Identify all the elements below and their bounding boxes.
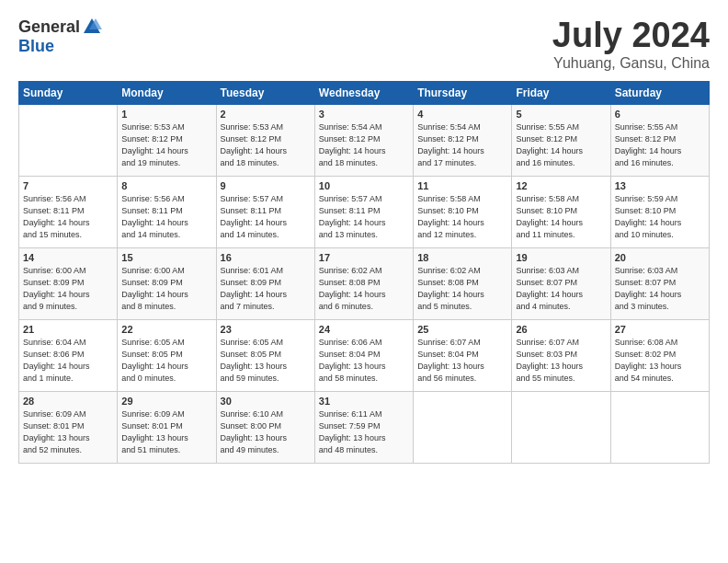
day-cell (19, 104, 118, 176)
header: General Blue July 2024 Yuhuang, Gansu, C… (18, 17, 710, 72)
day-info: Sunrise: 5:56 AM Sunset: 8:11 PM Dayligh… (121, 193, 211, 241)
day-number: 5 (516, 109, 606, 120)
day-cell: 9Sunrise: 5:57 AM Sunset: 8:11 PM Daylig… (216, 176, 314, 247)
day-number: 16 (221, 252, 311, 263)
day-number: 10 (319, 180, 409, 191)
day-info: Sunrise: 5:54 AM Sunset: 8:12 PM Dayligh… (319, 121, 409, 169)
day-cell: 27Sunrise: 6:08 AM Sunset: 8:02 PM Dayli… (610, 319, 709, 391)
day-cell: 23Sunrise: 6:05 AM Sunset: 8:05 PM Dayli… (216, 319, 314, 391)
day-cell: 25Sunrise: 6:07 AM Sunset: 8:04 PM Dayli… (414, 319, 512, 391)
day-info: Sunrise: 6:07 AM Sunset: 8:03 PM Dayligh… (516, 337, 606, 385)
day-number: 7 (23, 180, 113, 191)
calendar-table: SundayMondayTuesdayWednesdayThursdayFrid… (18, 81, 710, 464)
day-number: 11 (417, 180, 507, 191)
day-number: 24 (319, 324, 409, 335)
header-cell-sunday: Sunday (19, 81, 118, 104)
logo-icon (82, 17, 102, 37)
day-cell: 10Sunrise: 5:57 AM Sunset: 8:11 PM Dayli… (314, 176, 413, 247)
day-cell (512, 391, 610, 463)
logo-general-text: General (18, 17, 80, 37)
week-row-3: 14Sunrise: 6:00 AM Sunset: 8:09 PM Dayli… (19, 247, 710, 319)
day-number: 2 (221, 109, 311, 120)
day-cell: 15Sunrise: 6:00 AM Sunset: 8:09 PM Dayli… (118, 247, 216, 319)
header-cell-wednesday: Wednesday (314, 81, 413, 104)
title-section: July 2024 Yuhuang, Gansu, China (552, 17, 710, 72)
day-number: 17 (319, 252, 409, 263)
day-cell: 1Sunrise: 5:53 AM Sunset: 8:12 PM Daylig… (118, 104, 216, 176)
day-number: 15 (121, 252, 211, 263)
day-number: 19 (516, 252, 606, 263)
day-cell: 31Sunrise: 6:11 AM Sunset: 7:59 PM Dayli… (314, 391, 413, 463)
day-info: Sunrise: 6:05 AM Sunset: 8:05 PM Dayligh… (221, 337, 311, 385)
day-number: 6 (615, 109, 705, 120)
day-cell: 8Sunrise: 5:56 AM Sunset: 8:11 PM Daylig… (118, 176, 216, 247)
logo: General Blue (18, 17, 102, 56)
day-cell: 11Sunrise: 5:58 AM Sunset: 8:10 PM Dayli… (414, 176, 512, 247)
day-cell: 14Sunrise: 6:00 AM Sunset: 8:09 PM Dayli… (19, 247, 118, 319)
day-cell (610, 391, 709, 463)
logo-blue-text: Blue (18, 37, 54, 56)
day-number: 8 (121, 180, 211, 191)
day-number: 22 (121, 324, 211, 335)
day-info: Sunrise: 6:00 AM Sunset: 8:09 PM Dayligh… (23, 265, 113, 313)
day-number: 31 (319, 396, 409, 407)
day-cell: 17Sunrise: 6:02 AM Sunset: 8:08 PM Dayli… (314, 247, 413, 319)
day-number: 27 (615, 324, 705, 335)
day-info: Sunrise: 6:09 AM Sunset: 8:01 PM Dayligh… (121, 408, 211, 456)
day-info: Sunrise: 6:00 AM Sunset: 8:09 PM Dayligh… (121, 265, 211, 313)
day-cell: 5Sunrise: 5:55 AM Sunset: 8:12 PM Daylig… (512, 104, 610, 176)
header-cell-saturday: Saturday (610, 81, 709, 104)
day-info: Sunrise: 6:11 AM Sunset: 7:59 PM Dayligh… (319, 408, 409, 456)
header-cell-friday: Friday (512, 81, 610, 104)
day-info: Sunrise: 6:05 AM Sunset: 8:05 PM Dayligh… (121, 337, 211, 385)
day-cell (414, 391, 512, 463)
day-cell: 26Sunrise: 6:07 AM Sunset: 8:03 PM Dayli… (512, 319, 610, 391)
header-row: SundayMondayTuesdayWednesdayThursdayFrid… (19, 81, 710, 104)
day-info: Sunrise: 6:03 AM Sunset: 8:07 PM Dayligh… (516, 265, 606, 313)
day-number: 25 (417, 324, 507, 335)
week-row-2: 7Sunrise: 5:56 AM Sunset: 8:11 PM Daylig… (19, 176, 710, 247)
day-info: Sunrise: 6:06 AM Sunset: 8:04 PM Dayligh… (319, 337, 409, 385)
day-info: Sunrise: 6:07 AM Sunset: 8:04 PM Dayligh… (417, 337, 507, 385)
day-cell: 28Sunrise: 6:09 AM Sunset: 8:01 PM Dayli… (19, 391, 118, 463)
day-info: Sunrise: 5:57 AM Sunset: 8:11 PM Dayligh… (319, 193, 409, 241)
day-cell: 20Sunrise: 6:03 AM Sunset: 8:07 PM Dayli… (610, 247, 709, 319)
day-number: 9 (221, 180, 311, 191)
day-number: 21 (23, 324, 113, 335)
day-info: Sunrise: 6:02 AM Sunset: 8:08 PM Dayligh… (417, 265, 507, 313)
day-number: 18 (417, 252, 507, 263)
day-number: 3 (319, 109, 409, 120)
page: General Blue July 2024 Yuhuang, Gansu, C… (0, 0, 728, 563)
day-cell: 3Sunrise: 5:54 AM Sunset: 8:12 PM Daylig… (314, 104, 413, 176)
day-info: Sunrise: 5:57 AM Sunset: 8:11 PM Dayligh… (221, 193, 311, 241)
day-number: 13 (615, 180, 705, 191)
day-number: 29 (121, 396, 211, 407)
location: Yuhuang, Gansu, China (552, 55, 710, 72)
week-row-1: 1Sunrise: 5:53 AM Sunset: 8:12 PM Daylig… (19, 104, 710, 176)
day-cell: 6Sunrise: 5:55 AM Sunset: 8:12 PM Daylig… (610, 104, 709, 176)
day-number: 12 (516, 180, 606, 191)
day-number: 28 (23, 396, 113, 407)
day-number: 26 (516, 324, 606, 335)
day-number: 1 (121, 109, 211, 120)
day-cell: 13Sunrise: 5:59 AM Sunset: 8:10 PM Dayli… (610, 176, 709, 247)
day-info: Sunrise: 6:10 AM Sunset: 8:00 PM Dayligh… (221, 408, 311, 456)
day-cell: 24Sunrise: 6:06 AM Sunset: 8:04 PM Dayli… (314, 319, 413, 391)
day-number: 23 (221, 324, 311, 335)
day-cell: 4Sunrise: 5:54 AM Sunset: 8:12 PM Daylig… (414, 104, 512, 176)
day-info: Sunrise: 5:58 AM Sunset: 8:10 PM Dayligh… (516, 193, 606, 241)
day-info: Sunrise: 6:01 AM Sunset: 8:09 PM Dayligh… (221, 265, 311, 313)
day-cell: 7Sunrise: 5:56 AM Sunset: 8:11 PM Daylig… (19, 176, 118, 247)
day-info: Sunrise: 6:09 AM Sunset: 8:01 PM Dayligh… (23, 408, 113, 456)
day-info: Sunrise: 5:55 AM Sunset: 8:12 PM Dayligh… (516, 121, 606, 169)
header-cell-thursday: Thursday (414, 81, 512, 104)
day-number: 4 (417, 109, 507, 120)
day-cell: 22Sunrise: 6:05 AM Sunset: 8:05 PM Dayli… (118, 319, 216, 391)
day-info: Sunrise: 5:56 AM Sunset: 8:11 PM Dayligh… (23, 193, 113, 241)
day-cell: 19Sunrise: 6:03 AM Sunset: 8:07 PM Dayli… (512, 247, 610, 319)
day-number: 30 (221, 396, 311, 407)
day-number: 20 (615, 252, 705, 263)
day-info: Sunrise: 6:03 AM Sunset: 8:07 PM Dayligh… (615, 265, 705, 313)
day-info: Sunrise: 5:59 AM Sunset: 8:10 PM Dayligh… (615, 193, 705, 241)
day-cell: 12Sunrise: 5:58 AM Sunset: 8:10 PM Dayli… (512, 176, 610, 247)
